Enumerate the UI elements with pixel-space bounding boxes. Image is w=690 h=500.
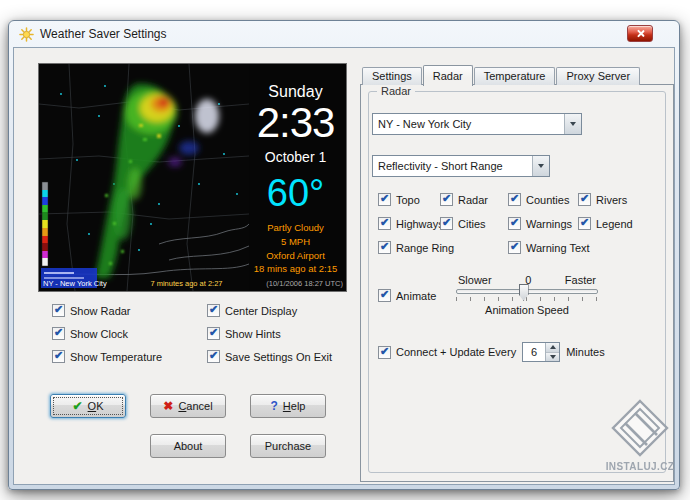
preview-wind: 5 MPH <box>247 235 344 249</box>
tab-settings[interactable]: Settings <box>362 67 422 85</box>
checkbox-label: Range Ring <box>396 242 454 254</box>
slider-label-slower: Slower <box>458 274 492 286</box>
checkbox-warning-text[interactable]: Warning Text <box>508 241 633 254</box>
checkbox-radar-layer[interactable]: Radar <box>440 193 508 206</box>
purchase-button[interactable]: Purchase <box>250 434 326 458</box>
checkbox-box <box>578 193 591 206</box>
checkbox-warnings[interactable]: Warnings <box>508 217 578 230</box>
help-button-label: Help <box>283 400 306 412</box>
display-options: Show Radar Center Display Show Clock Sho… <box>52 304 332 363</box>
checkbox-connect-update-every[interactable]: Connect + Update Every <box>378 346 516 359</box>
checkbox-label: Show Temperature <box>70 351 162 363</box>
tab-temperature[interactable]: Temperature <box>474 67 556 85</box>
preview-status-bar: NY - New York City 7 minutes ago at 2:27… <box>43 279 343 288</box>
checkbox-box <box>378 193 391 206</box>
checkbox-box <box>508 193 521 206</box>
checkbox-box <box>378 346 391 359</box>
window-title: Weather Saver Settings <box>40 27 167 41</box>
cancel-button[interactable]: ✖ Cancel <box>150 394 226 418</box>
preview-temperature: 60° <box>247 174 344 212</box>
preview-panel: Sunday 2:33 October 1 60° Partly Cloudy … <box>38 63 347 292</box>
radar-product-value: Reflectivity - Short Range <box>373 160 532 172</box>
radar-tab-pane: Radar NY - New York City Reflectivity - … <box>360 84 674 482</box>
spinner-value: 6 <box>523 343 545 361</box>
dialog-client-area: Sunday 2:33 October 1 60° Partly Cloudy … <box>13 47 675 485</box>
checkbox-show-hints[interactable]: Show Hints <box>207 327 332 340</box>
checkbox-box <box>378 241 391 254</box>
radar-group-box: Radar NY - New York City Reflectivity - … <box>368 91 666 473</box>
checkbox-rivers[interactable]: Rivers <box>578 193 633 206</box>
preview-conditions-block: Partly Cloudy 5 MPH Oxford Airport 18 mi… <box>247 221 344 276</box>
about-button-label: About <box>174 440 203 452</box>
checkbox-save-settings-on-exit[interactable]: Save Settings On Exit <box>207 350 332 363</box>
sun-icon <box>19 27 34 42</box>
checkbox-box <box>378 217 391 230</box>
animate-section: Animate Slower 0 Faster Animation Speed <box>378 274 661 330</box>
slider-track[interactable] <box>456 289 598 294</box>
checkbox-label: Radar <box>458 194 488 206</box>
checkbox-cities[interactable]: Cities <box>440 217 508 230</box>
ok-button-label: OK <box>88 400 104 412</box>
preview-station: Oxford Airport <box>247 249 344 263</box>
checkbox-box <box>440 217 453 230</box>
question-icon: ? <box>271 400 278 412</box>
checkbox-label: Animate <box>396 290 436 302</box>
slider-ticks <box>456 297 598 301</box>
checkbox-show-radar[interactable]: Show Radar <box>52 304 207 317</box>
checkbox-label: Highways <box>396 218 444 230</box>
checkbox-counties[interactable]: Counties <box>508 193 578 206</box>
status-age: 7 minutes ago at 2:27 <box>150 279 222 288</box>
radar-layer-options: Topo Radar Counties Rivers <box>378 193 633 254</box>
checkbox-show-clock[interactable]: Show Clock <box>52 327 207 340</box>
update-interval-section: Connect + Update Every 6 Minutes <box>378 342 605 362</box>
radar-location-select[interactable]: NY - New York City <box>372 113 582 135</box>
tab-strip: Settings Radar Temperature Proxy Server <box>362 64 641 85</box>
update-interval-spinner[interactable]: 6 <box>522 342 560 362</box>
checkbox-box <box>508 241 521 254</box>
checkbox-center-display[interactable]: Center Display <box>207 304 332 317</box>
tab-radar[interactable]: Radar <box>423 65 473 86</box>
x-icon: ✖ <box>163 400 173 412</box>
radar-preview-image <box>39 64 249 291</box>
close-icon <box>636 29 645 38</box>
preview-time: 2:33 <box>247 102 344 144</box>
about-button[interactable]: About <box>150 434 226 458</box>
checkbox-box <box>52 350 65 363</box>
checkbox-topo[interactable]: Topo <box>378 193 440 206</box>
titlebar: Weather Saver Settings <box>13 21 675 47</box>
status-location: NY - New York City <box>43 279 107 288</box>
radar-product-select[interactable]: Reflectivity - Short Range <box>372 155 550 177</box>
cancel-button-label: Cancel <box>178 400 212 412</box>
checkbox-label: Counties <box>526 194 569 206</box>
spinner-up-button[interactable] <box>546 343 559 353</box>
chevron-down-icon[interactable] <box>564 114 581 134</box>
checkbox-legend[interactable]: Legend <box>578 217 633 230</box>
checkbox-range-ring[interactable]: Range Ring <box>378 241 508 254</box>
close-button[interactable] <box>627 25 653 42</box>
purchase-button-label: Purchase <box>265 440 311 452</box>
checkbox-label: Legend <box>596 218 633 230</box>
chevron-down-icon[interactable] <box>532 156 549 176</box>
slider-label-faster: Faster <box>565 274 596 286</box>
radar-color-legend <box>42 182 48 266</box>
preview-date: October 1 <box>247 149 344 165</box>
check-icon: ✔ <box>73 400 83 412</box>
checkbox-label: Center Display <box>225 305 297 317</box>
animation-speed-slider: Slower 0 Faster Animation Speed <box>456 274 598 316</box>
checkbox-box <box>440 193 453 206</box>
spinner-down-button[interactable] <box>546 353 559 362</box>
tab-proxy-server[interactable]: Proxy Server <box>556 67 640 85</box>
checkbox-label: Show Radar <box>70 305 131 317</box>
preview-updated: 18 mins ago at 2:15 <box>247 262 344 276</box>
checkbox-label: Warning Text <box>526 242 590 254</box>
checkbox-label: Show Clock <box>70 328 128 340</box>
checkbox-highways[interactable]: Highways <box>378 217 440 230</box>
help-button[interactable]: ? Help <box>250 394 326 418</box>
checkbox-label: Cities <box>458 218 486 230</box>
checkbox-animate[interactable]: Animate <box>378 289 436 302</box>
animation-speed-caption: Animation Speed <box>456 304 598 316</box>
ok-button[interactable]: ✔ OK <box>50 394 126 418</box>
checkbox-show-temperature[interactable]: Show Temperature <box>52 350 207 363</box>
radar-location-value: NY - New York City <box>373 118 564 130</box>
checkbox-box <box>207 350 220 363</box>
